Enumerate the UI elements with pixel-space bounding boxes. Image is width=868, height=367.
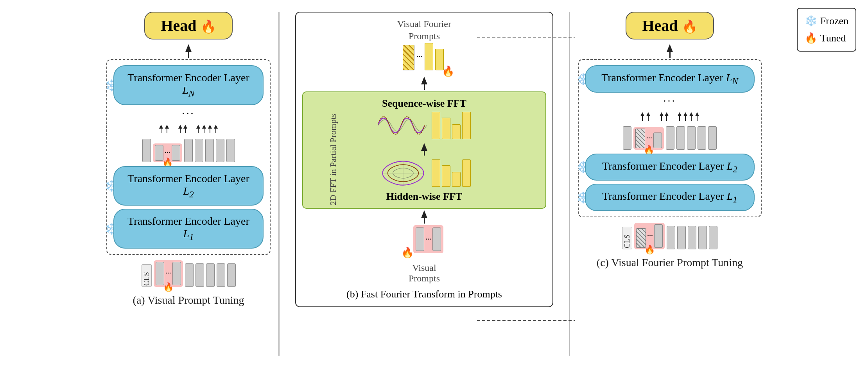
cls-label-a: CLS xyxy=(142,264,152,287)
bc-t1 xyxy=(667,226,675,249)
yb-h3 xyxy=(452,172,461,187)
mini-arrow-3 xyxy=(178,125,182,133)
token-3-c xyxy=(676,126,685,150)
fire-vfp: 🔥 xyxy=(442,65,454,77)
yb-h2 xyxy=(442,165,450,187)
panel-c: Head 🔥 ❄️ Transformer Encoder Layer LN ·… xyxy=(578,12,762,269)
hidden-yellow-blocks xyxy=(432,159,471,187)
fire-icon: 🔥 xyxy=(805,30,817,47)
arrow-line-a xyxy=(188,52,189,58)
prompt-group-middle-c: ··· 🔥 xyxy=(633,127,664,150)
mc-dots: ··· xyxy=(646,134,652,143)
vp-tok-2 xyxy=(432,227,441,251)
yb-s3 xyxy=(452,124,461,139)
vp-bottom-row: 🔥 ··· xyxy=(405,225,443,253)
mini-arrow-2 xyxy=(165,125,169,133)
vp-token-group: ··· xyxy=(413,225,443,253)
tuned-label: Tuned xyxy=(820,30,846,47)
caption-c: (c) Visual Fourier Prompt Tuning xyxy=(597,256,743,269)
caption-b: (b) Fast Fourier Transform in Prompts xyxy=(346,288,502,300)
seq-fft-label: Sequence-wise FFT xyxy=(382,98,466,109)
arrows-row-2-a xyxy=(159,122,218,133)
mini-arrow-1 xyxy=(159,125,163,133)
token-4-c xyxy=(687,126,696,150)
seq-wave-area xyxy=(378,112,471,139)
fire-head-a: 🔥 xyxy=(201,20,216,34)
token-1-c xyxy=(623,126,631,150)
c-mini-arrow-2 xyxy=(646,112,650,121)
yb-s4 xyxy=(462,112,471,139)
encoder-box-a: ❄️ Transformer Encoder Layer LN ··· xyxy=(106,59,271,255)
mini-arrow-4 xyxy=(183,125,187,133)
dots-c: ··· xyxy=(664,95,676,107)
prompt-group-middle-a: ··· 🔥 xyxy=(153,143,182,162)
c-mini-arrow-6 xyxy=(683,112,687,121)
token-5-c xyxy=(698,126,706,150)
yb-s1 xyxy=(432,112,440,139)
pb-t2 xyxy=(195,263,204,287)
token-2-c xyxy=(666,126,674,150)
legend: ❄️ Frozen 🔥 Tuned xyxy=(797,8,856,52)
pb-t1 xyxy=(185,263,194,287)
c-mini-arrow-1 xyxy=(640,112,644,121)
yb-h1 xyxy=(432,159,440,187)
arrows-row-2-c xyxy=(640,110,699,121)
visual-prompts-bottom: 🔥 ··· Visual Prompts xyxy=(405,225,443,284)
visual-prompts-label2: Prompts xyxy=(409,273,440,284)
hidden-wave-svg xyxy=(378,159,429,187)
yb-s2 xyxy=(442,118,450,139)
legend-frozen: ❄️ Frozen xyxy=(805,13,848,30)
mc-tok-2 xyxy=(653,132,662,148)
panel-b-side-label: 2D FFT in Partial Prompts xyxy=(328,114,338,205)
c-mini-arrow-3 xyxy=(660,112,664,121)
main-container: ❄️ Frozen 🔥 Tuned Head 🔥 ❄️ Transformer … xyxy=(0,0,868,367)
token-row-middle-a: ··· 🔥 xyxy=(139,137,238,164)
cls-label-c: CLS xyxy=(622,227,632,249)
bc-t5 xyxy=(709,226,717,249)
c-mini-arrow-4 xyxy=(665,112,669,121)
head-label-a: Head xyxy=(161,17,196,34)
bc-tok-2 xyxy=(654,224,663,248)
mini-arrow-7 xyxy=(208,125,212,133)
fire-bottom-a: 🔥 xyxy=(163,282,174,292)
mini-arrow-8 xyxy=(214,125,218,133)
encoder-layer-1-a: Transformer Encoder Layer L1 xyxy=(113,209,264,249)
arrow-head-c xyxy=(667,44,673,52)
fire-head-c: 🔥 xyxy=(682,20,698,34)
mini-arrow-6 xyxy=(202,125,206,133)
fire-bottom-c: 🔥 xyxy=(644,245,655,255)
encoder-layer-2-c: Transformer Encoder Layer L2 xyxy=(585,154,755,181)
prompt-tok-2 xyxy=(172,145,180,161)
c-mini-arrow-5 xyxy=(678,112,681,121)
yb-h4 xyxy=(462,159,471,187)
arrow-head-a xyxy=(185,44,192,52)
vp-tok-1 xyxy=(416,227,424,251)
legend-tuned: 🔥 Tuned xyxy=(805,30,848,47)
token-6-a xyxy=(226,139,235,162)
bc-dots: ··· xyxy=(647,231,653,240)
prompt-dots: ··· xyxy=(165,148,170,157)
bc-t3 xyxy=(688,226,696,249)
encoder-layer-n-c: Transformer Encoder Layer LN xyxy=(585,65,755,93)
c-mini-arrow-8 xyxy=(695,112,699,121)
head-box-a: Head 🔥 xyxy=(144,12,232,39)
bc-t4 xyxy=(698,226,707,249)
hatched-vfp-1 xyxy=(403,45,414,70)
visual-fourier-label2: Prompts xyxy=(409,31,440,41)
encoder-layer-n-a: Transformer Encoder Layer LN xyxy=(113,65,264,105)
pb-tok-2 xyxy=(172,262,181,285)
pb-dots: ··· xyxy=(165,269,171,278)
c-mini-arrow-7 xyxy=(689,112,693,121)
snowflake-icon: ❄️ xyxy=(805,13,817,30)
token-3-a xyxy=(195,139,203,162)
divider-left xyxy=(278,12,280,356)
divider-right xyxy=(569,12,570,356)
pb-t5 xyxy=(227,263,236,287)
vfp-top-row: ··· 🔥 xyxy=(403,43,446,70)
token-4-a xyxy=(205,139,214,162)
pb-t3 xyxy=(206,263,215,287)
token-row-middle-c: ··· 🔥 xyxy=(620,125,720,151)
frozen-label: Frozen xyxy=(820,13,848,30)
arrow-between-fft xyxy=(421,143,427,151)
prompt-group-bottom-a: ··· 🔥 xyxy=(154,260,183,287)
